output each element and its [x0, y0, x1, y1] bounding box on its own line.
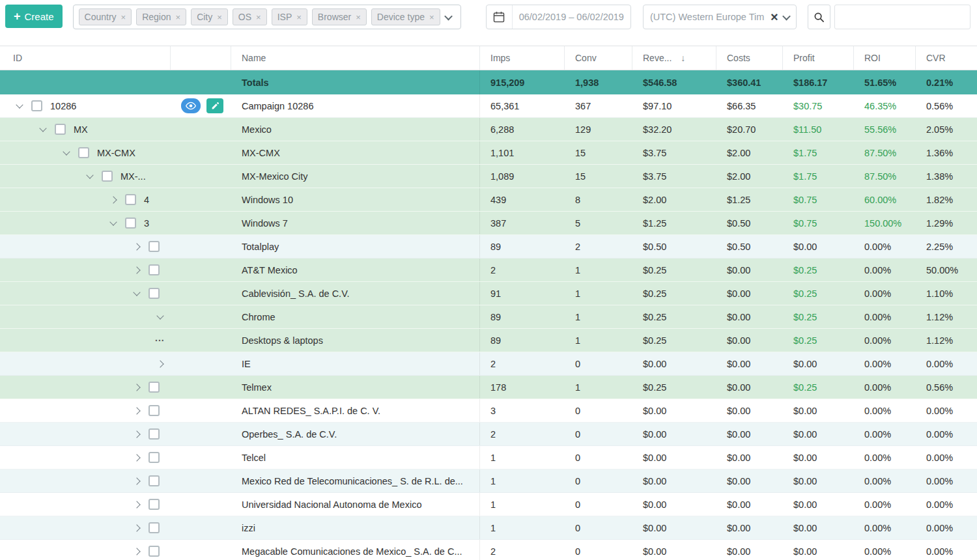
row-checkbox[interactable] [149, 499, 160, 510]
cell-costs: $66.35 [716, 101, 783, 111]
row-checkbox[interactable] [55, 124, 66, 135]
expander-icon[interactable] [132, 479, 141, 484]
create-button[interactable]: + Create [5, 5, 63, 28]
table-row: Chrome 89 1 $0.25 $0.00 $0.25 0.00% 1.12… [0, 305, 977, 329]
search-icon [814, 12, 825, 23]
column-header-name[interactable]: Name [231, 46, 480, 70]
preview-button[interactable] [181, 98, 201, 113]
row-checkbox[interactable] [149, 382, 160, 393]
filter-tag[interactable]: OS × [233, 8, 267, 25]
tree-cell [0, 259, 171, 281]
expander-icon[interactable] [132, 385, 141, 390]
row-checkbox[interactable] [149, 546, 160, 557]
expander-icon[interactable] [108, 197, 118, 203]
filter-tag-label: OS [238, 12, 251, 22]
timezone-select[interactable]: (UTC) Western Europe Tim × [643, 5, 797, 29]
expander-icon[interactable] [155, 361, 165, 367]
chevron-down-icon[interactable] [444, 12, 453, 20]
remove-filter-icon[interactable]: × [217, 12, 222, 22]
expander-icon[interactable] [132, 268, 141, 273]
cell-imps: 1 [480, 523, 565, 533]
expander-icon[interactable] [132, 292, 141, 295]
column-header-conv[interactable]: Conv [565, 46, 632, 70]
remove-filter-icon[interactable]: × [356, 12, 361, 22]
column-header-id[interactable]: ID [0, 46, 171, 70]
row-checkbox[interactable] [125, 194, 136, 205]
remove-filter-icon[interactable]: × [176, 12, 181, 22]
row-checkbox[interactable] [149, 241, 160, 252]
cell-profit: $0.75 [783, 218, 854, 229]
date-range-value[interactable]: 06/02/2019 – 06/02/2019 [513, 12, 630, 22]
column-header-costs[interactable]: Costs [716, 46, 783, 70]
filter-tag[interactable]: Region × [136, 8, 186, 25]
expander-icon[interactable]: ... [155, 333, 165, 343]
expander-icon[interactable] [132, 549, 141, 554]
expander-icon[interactable] [155, 315, 165, 318]
cell-revenue: $0.00 [632, 406, 716, 416]
row-checkbox[interactable] [149, 452, 160, 463]
column-header-roi[interactable]: ROI [854, 46, 916, 70]
toolbar: + Create Country × Region × City × OS × … [0, 0, 977, 46]
row-checkbox[interactable] [149, 428, 160, 440]
remove-filter-icon[interactable]: × [256, 12, 261, 22]
date-range-picker[interactable]: 06/02/2019 – 06/02/2019 [486, 5, 631, 29]
row-checkbox[interactable] [125, 217, 136, 229]
timezone-value: (UTC) Western Europe Tim [650, 12, 765, 22]
table-row: Mexico Red de Telecomunicaciones_ S. de … [0, 469, 977, 493]
cell-profit: $0.00 [783, 406, 854, 416]
column-header-imps[interactable]: Imps [480, 46, 565, 70]
expander-icon[interactable] [132, 525, 141, 531]
edit-button[interactable] [206, 98, 223, 113]
table-body: 10286 Campaign 10286 65,361 367 $97.10 $… [0, 94, 977, 560]
expander-icon[interactable] [108, 221, 118, 225]
remove-filter-icon[interactable]: × [121, 12, 126, 22]
table-row: ALTAN REDES_ S.A.P.I. de C. V. 3 0 $0.00… [0, 399, 977, 423]
row-checkbox[interactable] [149, 522, 160, 533]
filter-tag[interactable]: Browser × [312, 8, 367, 25]
column-header-profit[interactable]: Profit [783, 46, 854, 70]
search-button[interactable] [808, 5, 830, 29]
row-checkbox[interactable] [31, 100, 42, 111]
expander-icon[interactable] [38, 128, 48, 131]
filter-tag[interactable]: Device type × [371, 8, 440, 25]
clear-timezone-icon[interactable]: × [771, 10, 778, 23]
calendar-icon[interactable] [487, 5, 513, 29]
sort-desc-icon[interactable]: ↓ [681, 53, 685, 63]
cell-cvr: 0.00% [916, 523, 977, 533]
expander-icon[interactable] [132, 502, 141, 507]
cell-roi: 0.00% [854, 499, 916, 510]
cell-conv: 0 [565, 499, 632, 510]
expander-icon[interactable] [132, 455, 141, 460]
remove-filter-icon[interactable]: × [429, 12, 434, 22]
tree-cell [0, 493, 171, 516]
row-checkbox[interactable] [102, 171, 113, 182]
filter-select[interactable]: Country × Region × City × OS × ISP × Bro… [73, 5, 461, 29]
cell-revenue: $0.00 [632, 453, 716, 463]
remove-filter-icon[interactable]: × [296, 12, 302, 22]
filter-tag[interactable]: Country × [79, 8, 132, 25]
search-input[interactable] [834, 5, 970, 29]
cell-profit: $0.00 [783, 476, 854, 486]
column-header-revenue[interactable]: Reve... ↓ [632, 46, 716, 70]
filter-tag[interactable]: City × [191, 8, 228, 25]
expander-icon[interactable] [132, 244, 141, 249]
column-header-cvr[interactable]: CVR [916, 46, 977, 70]
filter-tag-label: Browser [318, 12, 351, 22]
row-checkbox[interactable] [149, 475, 160, 486]
cell-costs: $0.00 [716, 382, 783, 393]
cell-revenue: $2.00 [632, 195, 716, 205]
row-checkbox[interactable] [78, 147, 89, 158]
row-checkbox[interactable] [149, 405, 160, 416]
expander-icon[interactable] [132, 432, 141, 437]
chevron-down-icon[interactable] [782, 12, 791, 20]
expander-icon[interactable] [14, 104, 24, 107]
expander-icon[interactable] [85, 175, 94, 178]
expander-icon[interactable] [132, 408, 141, 413]
row-checkbox[interactable] [149, 288, 160, 299]
filter-tag[interactable]: ISP × [272, 8, 307, 25]
cell-conv: 15 [565, 171, 632, 182]
row-checkbox[interactable] [149, 264, 160, 275]
cell-imps: 3 [480, 406, 565, 416]
expander-icon[interactable] [61, 151, 71, 154]
tree-cell [0, 399, 171, 422]
